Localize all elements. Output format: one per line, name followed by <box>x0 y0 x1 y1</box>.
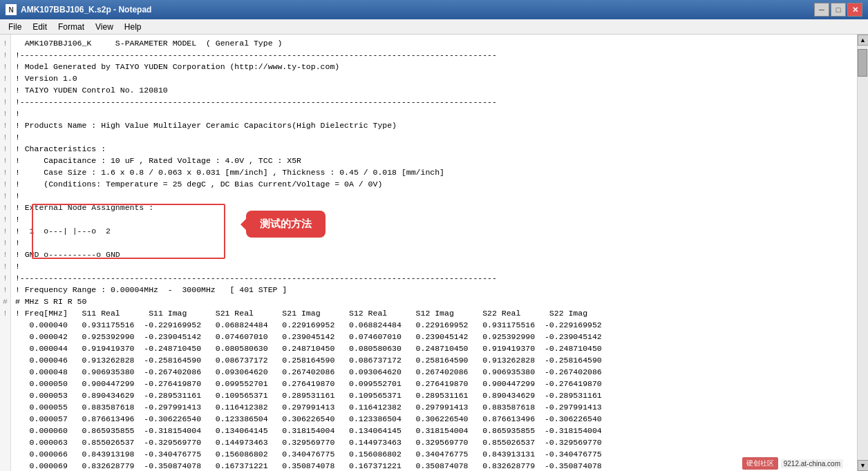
menu-view[interactable]: View <box>90 21 119 33</box>
menu-bar: File Edit Format View Help <box>0 19 868 35</box>
menu-help[interactable]: Help <box>119 21 147 33</box>
watermark-site: 9212.at-china.com <box>781 459 843 468</box>
menu-edit[interactable]: Edit <box>27 21 53 33</box>
editor-area: ! ! ! ! ! ! ! ! ! ! ! ! ! ! ! ! ! ! ! ! … <box>0 35 868 471</box>
watermark-logo: 硬创社区 <box>742 457 778 470</box>
editor-content[interactable]: AMK107BBJ106_K S-PARAMETER MODEL ( Gener… <box>11 35 857 471</box>
close-button[interactable]: ✕ <box>847 3 862 17</box>
annotation-bubble: 测试的方法 <box>246 211 326 238</box>
scroll-down-button[interactable]: ▼ <box>858 460 869 471</box>
title-bar: N AMK107BBJ106_K.s2p - Notepad ─ □ ✕ <box>0 0 868 19</box>
maximize-button[interactable]: □ <box>831 3 846 17</box>
code-block: AMK107BBJ106_K S-PARAMETER MODEL ( Gener… <box>11 35 857 471</box>
window-title: AMK107BBJ106_K.s2p - Notepad <box>21 5 151 15</box>
minimize-button[interactable]: ─ <box>814 3 829 17</box>
scroll-up-button[interactable]: ▲ <box>858 35 869 46</box>
menu-file[interactable]: File <box>3 21 27 33</box>
menu-format[interactable]: Format <box>53 21 90 33</box>
scroll-thumb[interactable] <box>858 49 867 77</box>
line-numbers: ! ! ! ! ! ! ! ! ! ! ! ! ! ! ! ! ! ! ! ! … <box>0 35 11 471</box>
app-icon: N <box>6 4 17 15</box>
vertical-scrollbar[interactable]: ▲ ▼ <box>857 35 868 471</box>
watermark: 硬创社区 9212.at-china.com <box>742 457 843 470</box>
scroll-track[interactable] <box>858 46 868 460</box>
window-controls: ─ □ ✕ <box>814 3 862 17</box>
